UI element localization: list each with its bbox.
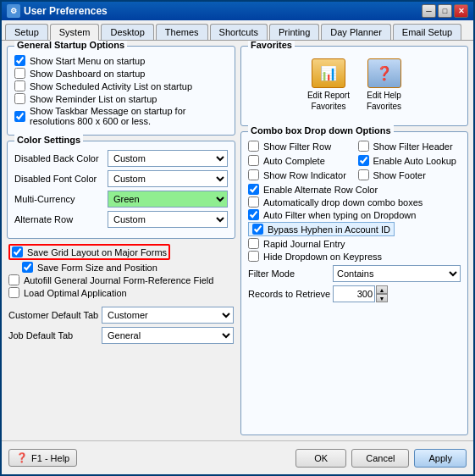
default-tabs-section: Customer Default Tab Customer Job Defaul… xyxy=(7,305,235,349)
checkbox-show-scheduled: Show Scheduled Activity List on startup xyxy=(14,80,228,91)
load-optimal-label: Load Optimal Application xyxy=(24,288,127,298)
bypass-hyphen-cb: Bypass Hyphen in Account ID xyxy=(248,222,461,236)
edit-help-favorites-button[interactable]: ❓ Edit HelpFavorites xyxy=(367,58,401,112)
save-grid-checkbox[interactable] xyxy=(12,246,23,257)
disabled-font-color-select[interactable]: Custom xyxy=(108,170,228,187)
bypass-hyphen-label: Bypass Hyphen in Account ID xyxy=(268,224,390,235)
show-reminder-label: Show Reminder List on startup xyxy=(30,94,157,104)
multi-currency-label: Multi-Currency xyxy=(14,194,108,204)
tab-day-planner[interactable]: Day Planner xyxy=(321,24,391,40)
tab-shortcuts[interactable]: Shortcuts xyxy=(210,24,268,40)
save-form-checkbox[interactable] xyxy=(22,262,33,273)
show-filter-header-cb: Show Filter Header xyxy=(358,141,461,152)
show-row-indicator-checkbox[interactable] xyxy=(248,169,259,180)
records-retrieve-row: Records to Retrieve ▲ ▼ xyxy=(248,285,461,302)
show-scheduled-checkbox[interactable] xyxy=(14,80,25,91)
save-form-label: Save Form Size and Position xyxy=(37,263,157,273)
auto-complete-checkbox[interactable] xyxy=(248,155,259,166)
tab-email-setup[interactable]: Email Setup xyxy=(393,24,461,40)
job-default-tab-label: Job Default Tab xyxy=(8,330,102,340)
disabled-back-color-select[interactable]: Custom xyxy=(108,150,228,167)
apply-button[interactable]: Apply xyxy=(414,449,467,468)
tab-desktop[interactable]: Desktop xyxy=(101,24,153,40)
help-label: F1 - Help xyxy=(31,453,69,463)
hide-dropdown-checkbox[interactable] xyxy=(248,251,259,262)
checkbox-autofill: Autofill General Journal Form-Reference … xyxy=(8,274,234,285)
records-retrieve-label: Records to Retrieve xyxy=(248,289,333,299)
enable-auto-lookup-label: Enable Auto Lookup xyxy=(373,156,456,166)
show-filter-row-label: Show Filter Row xyxy=(263,141,331,152)
records-retrieve-spinner: ▲ ▼ xyxy=(333,285,388,302)
records-retrieve-input[interactable] xyxy=(333,285,375,302)
load-optimal-checkbox[interactable] xyxy=(8,287,19,298)
close-button[interactable]: ✕ xyxy=(454,4,468,18)
auto-dropdown-checkbox[interactable] xyxy=(248,196,259,208)
general-startup-title: General Startup Options xyxy=(14,41,127,50)
edit-report-favorites-button[interactable]: 📊 Edit ReportFavorites xyxy=(307,58,350,112)
spinner-buttons: ▲ ▼ xyxy=(376,285,388,302)
auto-filter-cb: Auto Filter when typing on Dropdown xyxy=(248,209,461,220)
auto-dropdown-label: Automatically drop down combo boxes xyxy=(263,197,423,208)
disabled-back-color-label: Disabled Back Color xyxy=(14,153,108,163)
tabs-bar: Setup System Desktop Themes Shortcuts Pr… xyxy=(2,20,473,41)
left-panel: General Startup Options Show Start Menu … xyxy=(7,46,235,435)
rapid-journal-checkbox[interactable] xyxy=(248,238,259,249)
autofill-checkbox[interactable] xyxy=(8,274,19,285)
enable-alternate-cb: Enable Alternate Row Color xyxy=(248,184,461,195)
tab-setup[interactable]: Setup xyxy=(5,24,48,40)
main-window: ⚙ User Preferences ─ □ ✕ Setup System De… xyxy=(0,0,475,476)
show-footer-cb: Show Footer xyxy=(358,169,461,180)
tab-printing[interactable]: Printing xyxy=(269,24,319,40)
window-controls: ─ □ ✕ xyxy=(422,4,468,18)
checkbox-show-reminder: Show Reminder List on startup xyxy=(14,93,228,104)
enable-auto-lookup-cb: Enable Auto Lookup xyxy=(358,155,461,166)
show-taskbar-label: Show Taskbar Message on startup for reso… xyxy=(30,106,228,126)
right-panel: Favorites 📊 Edit ReportFavorites ❓ Edit … xyxy=(240,46,468,435)
autofill-label: Autofill General Journal Form-Reference … xyxy=(24,275,213,285)
hide-dropdown-cb: Hide Dropdown on Keypress xyxy=(248,251,461,262)
disabled-back-color-row: Disabled Back Color Custom xyxy=(14,150,228,167)
bypass-hyphen-checkbox[interactable] xyxy=(252,224,263,235)
auto-filter-label: Auto Filter when typing on Dropdown xyxy=(263,210,416,220)
edit-report-icon: 📊 xyxy=(312,58,345,88)
cancel-button[interactable]: Cancel xyxy=(351,449,409,468)
customer-default-tab-label: Customer Default Tab xyxy=(8,310,102,320)
color-settings-title: Color Settings xyxy=(14,135,83,145)
tab-system[interactable]: System xyxy=(50,24,100,41)
minimize-button[interactable]: ─ xyxy=(422,4,436,18)
spinner-up-button[interactable]: ▲ xyxy=(376,285,388,294)
show-taskbar-checkbox[interactable] xyxy=(14,111,25,122)
show-filter-row-checkbox[interactable] xyxy=(248,141,259,152)
checkbox-save-grid: Save Grid Layout on Major Forms xyxy=(8,244,234,260)
enable-auto-lookup-checkbox[interactable] xyxy=(358,155,369,166)
tab-themes[interactable]: Themes xyxy=(156,24,208,40)
ok-button[interactable]: OK xyxy=(295,449,346,468)
customer-default-tab-select[interactable]: Customer xyxy=(102,307,234,324)
show-start-menu-label: Show Start Menu on startup xyxy=(30,56,145,66)
save-grid-highlight: Save Grid Layout on Major Forms xyxy=(8,244,170,260)
favorites-title: Favorites xyxy=(248,41,295,50)
multi-currency-select[interactable]: Green xyxy=(108,191,228,208)
show-footer-checkbox[interactable] xyxy=(358,169,369,180)
favorites-items: 📊 Edit ReportFavorites ❓ Edit HelpFavori… xyxy=(248,52,461,119)
help-button[interactable]: ❓ F1 - Help xyxy=(8,449,77,467)
favorites-group: Favorites 📊 Edit ReportFavorites ❓ Edit … xyxy=(240,46,468,126)
show-start-menu-checkbox[interactable] xyxy=(14,55,25,66)
general-startup-group: General Startup Options Show Start Menu … xyxy=(7,46,235,136)
spinner-down-button[interactable]: ▼ xyxy=(376,294,388,302)
show-reminder-checkbox[interactable] xyxy=(14,93,25,104)
show-footer-label: Show Footer xyxy=(373,170,426,180)
help-icon: ❓ xyxy=(16,452,28,463)
maximize-button[interactable]: □ xyxy=(438,4,452,18)
job-default-tab-select[interactable]: General xyxy=(102,327,234,344)
edit-report-label: Edit ReportFavorites xyxy=(307,90,350,112)
auto-filter-checkbox[interactable] xyxy=(248,209,259,220)
show-dashboard-checkbox[interactable] xyxy=(14,68,25,79)
hide-dropdown-label: Hide Dropdown on Keypress xyxy=(263,252,382,262)
rapid-journal-cb: Rapid Journal Entry xyxy=(248,238,461,249)
alternate-row-select[interactable]: Custom xyxy=(108,211,228,228)
multi-currency-row: Multi-Currency Green xyxy=(14,191,228,208)
show-filter-header-checkbox[interactable] xyxy=(358,141,369,152)
filter-mode-select[interactable]: Contains StartsWith EndsWith xyxy=(333,265,461,282)
enable-alternate-checkbox[interactable] xyxy=(248,184,259,195)
